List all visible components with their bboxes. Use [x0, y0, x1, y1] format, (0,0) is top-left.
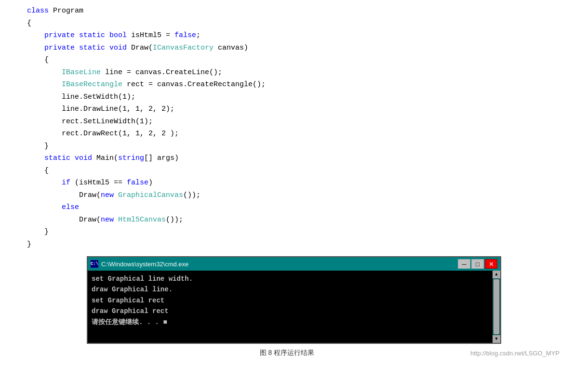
cmd-scrollbar[interactable]: ▲ ▼	[493, 271, 500, 343]
cmd-icon: C:\	[91, 260, 98, 268]
code-block: class Program { private static bool isHt…	[10, 5, 564, 250]
minimize-button[interactable]: ─	[458, 259, 470, 269]
cmd-line: draw Graphical rect	[92, 306, 489, 316]
figure-url: http://blog.csdn.net/LSGO_MYP	[314, 350, 560, 357]
cmd-output: set Graphical line width.draw Graphical …	[88, 271, 493, 343]
scroll-thumb[interactable]	[494, 279, 499, 334]
scroll-up-button[interactable]: ▲	[493, 271, 500, 278]
figure-caption: 图 8 程序运行结果 http://blog.csdn.net/LSGO_MYP	[10, 349, 564, 357]
close-button[interactable]: ✕	[485, 259, 497, 269]
scroll-down-button[interactable]: ▼	[493, 335, 500, 343]
cmd-controls[interactable]: ─ □ ✕	[458, 259, 497, 269]
cmd-titlebar: C:\ C:\Windows\system32\cmd.exe ─ □ ✕	[88, 257, 500, 271]
maximize-button[interactable]: □	[471, 259, 484, 269]
cmd-line: 请按任意键继续. . . ■	[92, 317, 489, 327]
cmd-window: C:\ C:\Windows\system32\cmd.exe ─ □ ✕ se…	[87, 256, 501, 344]
cmd-line: set Graphical rect	[92, 295, 489, 306]
cmd-body: set Graphical line width.draw Graphical …	[88, 271, 500, 343]
cmd-titlebar-left: C:\ C:\Windows\system32\cmd.exe	[91, 260, 188, 268]
figure-label: 图 8 程序运行结果	[260, 349, 315, 357]
cmd-line: draw Graphical line.	[92, 284, 489, 295]
cmd-line: set Graphical line width.	[92, 274, 489, 284]
cmd-title: C:\Windows\system32\cmd.exe	[101, 261, 188, 268]
